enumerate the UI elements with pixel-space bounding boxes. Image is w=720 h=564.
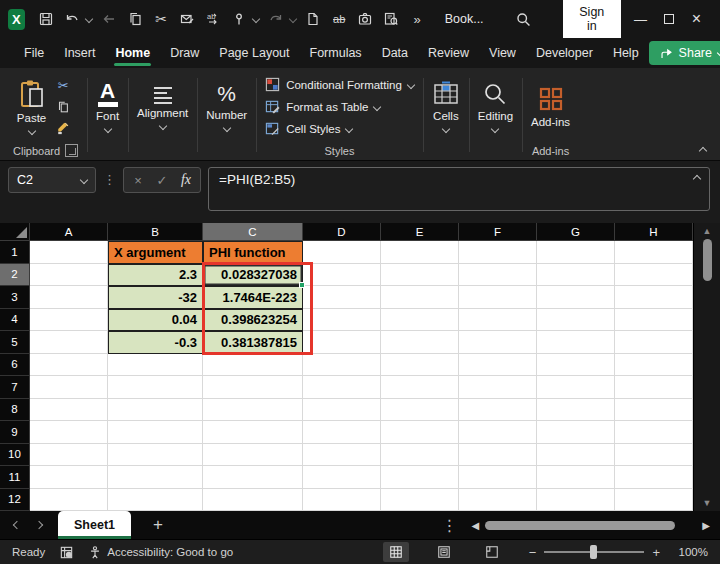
cell-E10[interactable] — [381, 444, 459, 467]
insert-function-icon[interactable]: fx — [174, 169, 198, 191]
scroll-up-icon[interactable]: ▲ — [703, 226, 712, 236]
column-header-A[interactable]: A — [30, 223, 108, 241]
cell-G9[interactable] — [537, 421, 615, 444]
zoom-level[interactable]: 100% — [674, 546, 708, 558]
cell-C5[interactable]: 0.381387815 — [203, 331, 303, 354]
row-header-1[interactable]: 1 — [0, 241, 30, 264]
zoom-in-button[interactable]: + — [652, 545, 660, 560]
share-button[interactable]: Share — [649, 41, 720, 65]
cell-F6[interactable] — [459, 354, 537, 377]
cell-E12[interactable] — [381, 489, 459, 512]
cell-F3[interactable] — [459, 286, 537, 309]
format-painter-button[interactable] — [52, 119, 74, 137]
cell-H1[interactable] — [615, 241, 693, 264]
print-preview-icon[interactable] — [379, 6, 404, 32]
zoom-slider[interactable] — [544, 551, 644, 553]
column-header-H[interactable]: H — [615, 223, 693, 241]
cell-A7[interactable] — [30, 376, 108, 399]
cell-D1[interactable] — [303, 241, 381, 264]
cell-A10[interactable] — [30, 444, 108, 467]
select-all-corner[interactable] — [0, 223, 30, 241]
new-sheet-button[interactable]: + — [153, 515, 163, 535]
horizontal-scrollbar[interactable] — [483, 519, 698, 531]
cell-E3[interactable] — [381, 286, 459, 309]
column-header-B[interactable]: B — [108, 223, 203, 241]
cell-E1[interactable] — [381, 241, 459, 264]
enter-icon[interactable]: ✓ — [150, 169, 174, 191]
tab-file[interactable]: File — [14, 41, 54, 65]
cell-C4[interactable]: 0.398623254 — [203, 309, 303, 332]
scroll-right-icon[interactable]: ▶ — [698, 520, 714, 531]
cell-D2[interactable] — [303, 264, 381, 287]
cell-C12[interactable] — [203, 489, 303, 512]
copy-icon[interactable] — [123, 6, 148, 32]
cell-H2[interactable] — [615, 264, 693, 287]
cell-H8[interactable] — [615, 399, 693, 422]
cell-D7[interactable] — [303, 376, 381, 399]
cell-B12[interactable] — [108, 489, 203, 512]
normal-view-button[interactable] — [383, 542, 409, 562]
row-header-2[interactable]: 2 — [0, 264, 30, 287]
vertical-scroll-thumb[interactable] — [703, 239, 712, 281]
tab-page-layout[interactable]: Page Layout — [209, 41, 299, 65]
cell-A2[interactable] — [30, 264, 108, 287]
zoom-out-button[interactable]: − — [529, 545, 537, 560]
strikethrough-icon[interactable]: ab — [327, 6, 352, 32]
cell-B11[interactable] — [108, 466, 203, 489]
cell-B3[interactable]: -32 — [108, 286, 203, 309]
close-button[interactable]: × — [683, 4, 710, 34]
cell-H4[interactable] — [615, 309, 693, 332]
cell-H12[interactable] — [615, 489, 693, 512]
cell-D3[interactable] — [303, 286, 381, 309]
zoom-slider-thumb[interactable] — [590, 545, 597, 559]
cell-G3[interactable] — [537, 286, 615, 309]
cell-C3[interactable]: 1.7464E-223 — [203, 286, 303, 309]
row-header-8[interactable]: 8 — [0, 399, 30, 422]
paste-button[interactable]: Paste — [17, 79, 46, 134]
cell-C11[interactable] — [203, 466, 303, 489]
cell-A9[interactable] — [30, 421, 108, 444]
cell-G11[interactable] — [537, 466, 615, 489]
cell-D4[interactable] — [303, 309, 381, 332]
cell-H11[interactable] — [615, 466, 693, 489]
tab-draw[interactable]: Draw — [160, 41, 209, 65]
cell-B10[interactable] — [108, 444, 203, 467]
accessibility-status[interactable]: Accessibility: Good to go — [88, 545, 233, 560]
row-header-5[interactable]: 5 — [0, 331, 30, 354]
cell-F11[interactable] — [459, 466, 537, 489]
cell-B7[interactable] — [108, 376, 203, 399]
row-header-10[interactable]: 10 — [0, 444, 30, 467]
cell-D5[interactable] — [303, 331, 381, 354]
cell-G2[interactable] — [537, 264, 615, 287]
cell-F7[interactable] — [459, 376, 537, 399]
cell-styles-button[interactable]: Cell Styles — [265, 119, 414, 138]
cell-E5[interactable] — [381, 331, 459, 354]
page-break-preview-button[interactable] — [479, 542, 505, 562]
scroll-down-icon[interactable]: ▼ — [703, 498, 712, 508]
sheet-tab-sheet1[interactable]: Sheet1 — [58, 511, 131, 539]
cell-B5[interactable]: -0.3 — [108, 331, 203, 354]
cell-A12[interactable] — [30, 489, 108, 512]
cell-G4[interactable] — [537, 309, 615, 332]
cell-D11[interactable] — [303, 466, 381, 489]
cell-F1[interactable] — [459, 241, 537, 264]
cell-G7[interactable] — [537, 376, 615, 399]
collapse-ribbon-icon[interactable] — [699, 147, 707, 155]
column-header-C[interactable]: C — [203, 223, 303, 241]
cell-C2[interactable]: 0.028327038 — [203, 264, 303, 287]
cell-G5[interactable] — [537, 331, 615, 354]
scroll-left-icon[interactable]: ◀ — [468, 520, 484, 531]
undo-dropdown-icon[interactable] — [82, 6, 96, 32]
row-header-11[interactable]: 11 — [0, 466, 30, 489]
save-icon[interactable] — [34, 6, 59, 32]
previous-sheet-icon[interactable] — [6, 522, 28, 528]
row-header-12[interactable]: 12 — [0, 489, 30, 512]
formula-bar-drag-handle[interactable]: ⋮ — [103, 167, 116, 187]
maximize-button[interactable] — [655, 4, 682, 34]
cell-F2[interactable] — [459, 264, 537, 287]
cell-F12[interactable] — [459, 489, 537, 512]
cell-E11[interactable] — [381, 466, 459, 489]
addins-button[interactable]: Add-ins — [531, 85, 570, 128]
formula-input[interactable]: =PHI(B2:B5) — [208, 167, 710, 211]
name-box-dropdown-icon[interactable] — [80, 176, 88, 184]
